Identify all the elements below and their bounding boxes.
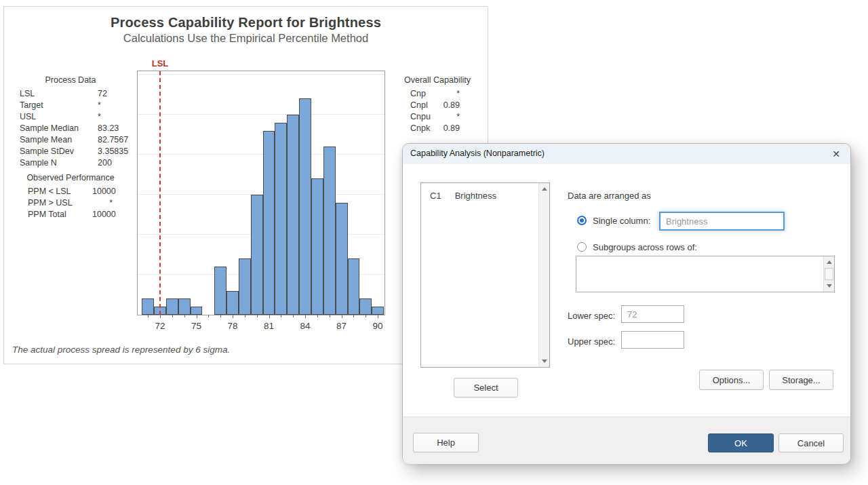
- stat-row: PPM Total10000: [16, 209, 132, 220]
- histogram-bar: [239, 258, 251, 315]
- storage-button[interactable]: Storage...: [769, 370, 833, 390]
- x-tick: [269, 315, 270, 318]
- stat-row: Target*: [20, 100, 132, 111]
- x-tick: [184, 315, 185, 317]
- overall-capability-panel: Overall Capability Cnp*Cnpl0.89Cnpu*Cnpk…: [402, 75, 477, 134]
- observed-performance-panel: Observed Performance PPM < LSL10000PPM >…: [16, 172, 132, 220]
- stat-row: Sample Mean82.7567: [20, 134, 132, 146]
- chart-subtitle: Calculations Use the Empirical Percentil…: [4, 32, 488, 45]
- gridline: [138, 74, 384, 75]
- x-axis-label: 81: [264, 321, 274, 331]
- chart-footnote: The actual process spread is represented…: [12, 345, 230, 355]
- x-axis-label: 90: [373, 321, 383, 331]
- x-tick: [378, 315, 378, 318]
- lsl-spec-line: [159, 71, 161, 315]
- x-axis-label: 87: [336, 321, 347, 331]
- process-data-rows: LSL72Target*USL*Sample Median83.23Sample…: [16, 88, 132, 169]
- x-tick: [281, 315, 281, 317]
- list-item[interactable]: C1Brightness: [430, 191, 496, 201]
- histogram-bar: [226, 291, 239, 315]
- histogram-bar: [142, 298, 154, 315]
- x-tick: [208, 315, 209, 317]
- x-axis-label: 78: [228, 321, 238, 331]
- dialog-titlebar[interactable]: Capability Analysis (Nonparametric) ✕: [403, 144, 850, 164]
- scrollbar-thumb[interactable]: [825, 268, 833, 280]
- stat-row: Cnpk0.89: [402, 123, 477, 134]
- select-button[interactable]: Select: [454, 378, 518, 397]
- close-icon[interactable]: ✕: [829, 147, 844, 161]
- lower-spec-label: Lower spec:: [568, 311, 615, 321]
- histogram-bar: [323, 147, 336, 315]
- overall-capability-title: Overall Capability: [402, 75, 473, 86]
- histogram-bar: [359, 298, 372, 315]
- x-tick: [257, 315, 258, 317]
- capability-analysis-dialog: Capability Analysis (Nonparametric) ✕ C1…: [402, 143, 851, 463]
- histogram-bar: [287, 115, 299, 315]
- x-tick: [172, 315, 173, 317]
- stat-row: Sample N200: [20, 157, 132, 169]
- listbox-scrollbar[interactable]: [538, 183, 549, 367]
- subgroups-label[interactable]: Subgroups across rows of:: [593, 242, 697, 252]
- observed-performance-rows: PPM < LSL10000PPM > USL*PPM Total10000: [16, 186, 132, 220]
- subgroups-radio[interactable]: [577, 242, 587, 252]
- single-column-label[interactable]: Single column:: [593, 216, 650, 226]
- scroll-up-icon[interactable]: [824, 256, 835, 268]
- histogram-bar: [166, 298, 178, 315]
- process-data-title: Process Data: [16, 75, 125, 86]
- histogram-plot: 72757881848790LSL: [137, 71, 385, 315]
- stat-row: Cnpu*: [402, 111, 477, 123]
- single-column-radio[interactable]: [577, 216, 587, 225]
- histogram-bar: [178, 298, 191, 315]
- scroll-down-icon[interactable]: [824, 280, 835, 292]
- lower-spec-input[interactable]: [621, 305, 684, 323]
- stat-row: Cnpl0.89: [402, 100, 477, 111]
- x-tick: [342, 315, 342, 318]
- histogram-bar: [214, 267, 226, 315]
- x-tick: [353, 315, 354, 317]
- x-axis-label: 84: [300, 321, 311, 331]
- help-button[interactable]: Help: [413, 433, 479, 452]
- process-data-panel: Process Data LSL72Target*USL*Sample Medi…: [16, 75, 132, 169]
- histogram-bar: [191, 307, 203, 315]
- lsl-label: LSL: [152, 58, 169, 69]
- x-axis-label: 75: [191, 321, 201, 331]
- ok-button[interactable]: OK: [708, 433, 774, 452]
- subgroups-textarea[interactable]: [576, 256, 835, 292]
- dialog-title: Capability Analysis (Nonparametric): [410, 149, 545, 158]
- histogram-bar: [263, 131, 275, 315]
- x-tick: [317, 315, 318, 317]
- stat-row: Sample StDev3.35835: [20, 146, 132, 157]
- stat-row: Sample Median83.23: [20, 123, 132, 134]
- app-canvas: Process Capability Report for Brightness…: [0, 0, 868, 485]
- chart-title: Process Capability Report for Brightness: [4, 15, 488, 31]
- scroll-up-icon[interactable]: [539, 183, 550, 195]
- histogram-bar: [299, 98, 311, 315]
- x-tick: [330, 315, 330, 317]
- overall-capability-rows: Cnp*Cnpl0.89Cnpu*Cnpk0.89: [402, 88, 477, 134]
- stat-row: PPM < LSL10000: [16, 186, 132, 197]
- cancel-button[interactable]: Cancel: [778, 433, 844, 452]
- x-tick: [197, 315, 197, 318]
- histogram-bar: [348, 258, 360, 315]
- column-name: Brightness: [455, 191, 496, 201]
- arranged-label: Data are arranged as: [568, 191, 651, 201]
- observed-performance-title: Observed Performance: [16, 172, 125, 184]
- x-tick: [366, 315, 366, 317]
- gridline: [138, 114, 384, 115]
- options-button[interactable]: Options...: [699, 370, 764, 390]
- histogram-bar: [311, 178, 323, 315]
- x-tick: [305, 315, 306, 318]
- histogram-bar: [251, 195, 263, 315]
- stat-row: Cnp*: [402, 88, 477, 100]
- upper-spec-label: Upper spec:: [568, 336, 615, 347]
- x-axis-label: 72: [155, 321, 165, 331]
- x-tick: [148, 315, 149, 317]
- x-tick: [220, 315, 221, 317]
- x-tick: [233, 315, 233, 318]
- single-column-input[interactable]: [660, 212, 784, 230]
- x-tick: [293, 315, 294, 317]
- textarea-scrollbar[interactable]: [823, 256, 834, 292]
- upper-spec-input[interactable]: [621, 331, 684, 349]
- column-listbox[interactable]: C1Brightness: [420, 182, 550, 368]
- scroll-down-icon[interactable]: [539, 355, 550, 367]
